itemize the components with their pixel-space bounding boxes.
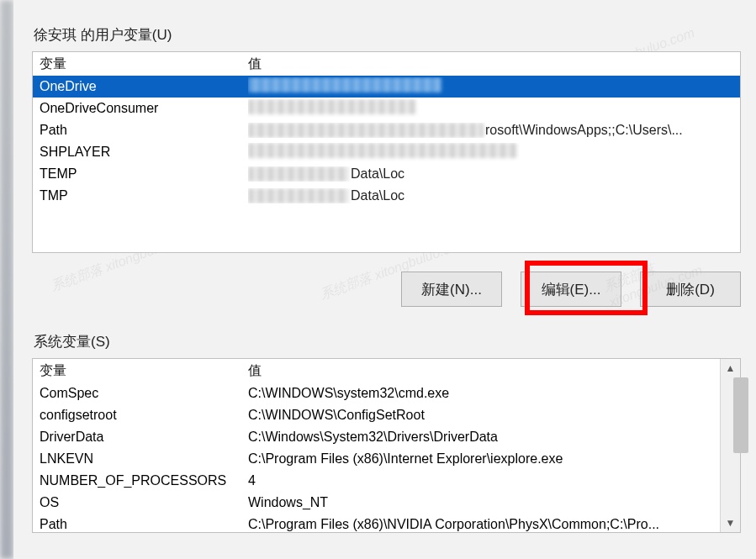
- var-name: SHPLAYER: [40, 145, 248, 160]
- var-value: C:\Windows\System32\Drivers\DriverData: [248, 430, 713, 445]
- scroll-down-icon[interactable]: ▼: [721, 514, 741, 532]
- user-vars-label: 徐安琪 的用户变量(U): [34, 25, 741, 45]
- table-row[interactable]: PathC:\Program Files (x86)\NVIDIA Corpor…: [33, 514, 720, 532]
- var-name: NUMBER_OF_PROCESSORS: [40, 473, 248, 488]
- table-row[interactable]: OneDriveConsumer: [33, 98, 740, 119]
- table-row[interactable]: ComSpecC:\WINDOWS\system32\cmd.exe: [33, 382, 720, 404]
- table-row[interactable]: LNKEVNC:\Program Files (x86)\Internet Ex…: [33, 448, 720, 470]
- var-name: TEMP: [40, 166, 248, 182]
- table-row[interactable]: NUMBER_OF_PROCESSORS4: [33, 470, 720, 492]
- window-left-edge: [0, 0, 13, 559]
- table-row[interactable]: TMPData\Loc: [33, 185, 740, 207]
- var-name: DriverData: [40, 430, 248, 445]
- var-name: TMP: [40, 188, 248, 203]
- system-vars-label: 系统变量(S): [34, 332, 741, 351]
- var-value: Data\Loc: [248, 188, 733, 203]
- scroll-thumb[interactable]: [733, 377, 748, 453]
- user-vars-table[interactable]: 变量 值 OneDriveOneDriveConsumerPathrosoft\…: [32, 51, 741, 253]
- var-name: Path: [40, 123, 248, 138]
- var-name: OneDriveConsumer: [40, 101, 248, 116]
- table-row[interactable]: Pathrosoft\WindowsApps;;C:\Users\...: [33, 119, 740, 141]
- var-value: C:\Program Files (x86)\NVIDIA Corporatio…: [248, 517, 713, 532]
- scrollbar[interactable]: ▲ ▼: [720, 359, 740, 532]
- var-value: [248, 99, 733, 118]
- var-name: ComSpec: [40, 386, 248, 401]
- table-row[interactable]: OneDrive: [33, 76, 740, 98]
- var-value: Windows_NT: [248, 495, 713, 510]
- var-name: configsetroot: [40, 408, 248, 423]
- var-name: OneDrive: [40, 79, 248, 94]
- var-value: Data\Loc: [248, 166, 733, 182]
- var-name: LNKEVN: [40, 451, 248, 467]
- var-name: OS: [40, 495, 248, 510]
- col-header-variable[interactable]: 变量: [40, 55, 248, 73]
- table-row[interactable]: configsetrootC:\WINDOWS\ConfigSetRoot: [33, 404, 720, 426]
- var-value: [248, 77, 733, 96]
- table-row[interactable]: TEMPData\Loc: [33, 163, 740, 185]
- var-value: C:\Program Files (x86)\Internet Explorer…: [248, 451, 713, 467]
- col-header-value[interactable]: 值: [248, 362, 733, 380]
- new-button[interactable]: 新建(N)...: [401, 272, 502, 307]
- col-header-value[interactable]: 值: [248, 55, 733, 73]
- system-vars-table[interactable]: 变量 值 ComSpecC:\WINDOWS\system32\cmd.exec…: [32, 358, 741, 533]
- var-value: C:\WINDOWS\system32\cmd.exe: [248, 386, 713, 401]
- table-row[interactable]: DriverDataC:\Windows\System32\Drivers\Dr…: [33, 426, 720, 448]
- delete-button[interactable]: 删除(D): [640, 272, 741, 307]
- edit-button[interactable]: 编辑(E)...: [521, 272, 621, 307]
- var-name: Path: [40, 517, 248, 532]
- var-value: C:\WINDOWS\ConfigSetRoot: [248, 408, 713, 423]
- col-header-variable[interactable]: 变量: [40, 362, 248, 380]
- scroll-up-icon[interactable]: ▲: [721, 359, 741, 377]
- var-value: 4: [248, 473, 713, 488]
- env-vars-panel: 系统部落 xitongbuluo.com 系统部落 xitongbuluo.co…: [13, 0, 756, 559]
- table-header: 变量 值: [33, 359, 740, 382]
- var-value: rosoft\WindowsApps;;C:\Users\...: [248, 123, 733, 138]
- var-value: [248, 143, 733, 161]
- user-vars-buttons: 新建(N)... 编辑(E)... 删除(D): [32, 272, 741, 307]
- table-header: 变量 值: [33, 52, 740, 76]
- table-row[interactable]: OSWindows_NT: [33, 492, 720, 514]
- table-row[interactable]: SHPLAYER: [33, 141, 740, 163]
